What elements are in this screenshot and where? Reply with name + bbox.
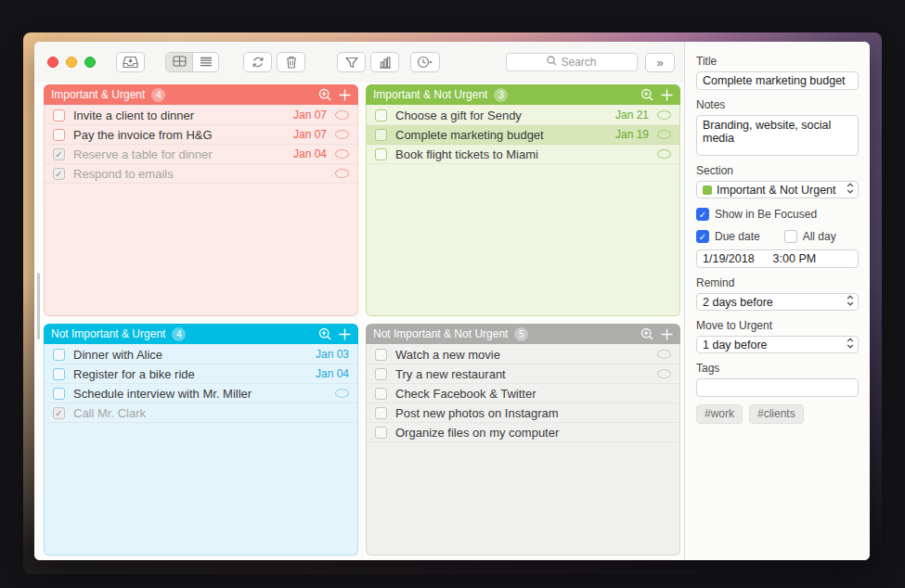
task-row[interactable]: ✓Call Mr. Clark [45,403,357,423]
task-row[interactable]: Book flight tickets to Miami [367,145,679,164]
tag-chip[interactable]: #work [696,404,743,424]
quadrant-title: Important & Urgent [51,88,145,101]
timer-button[interactable] [410,52,440,72]
task-row[interactable]: ✓Reserve a table for dinnerJan 04 [45,145,357,164]
quadrant-header: Important & Urgent 4 [44,84,358,105]
task-checkbox[interactable] [53,129,65,141]
due-date-row: ✓ Due date All day [696,230,859,243]
task-due-date: Jan 03 [316,348,349,361]
search-input[interactable]: Search [506,53,638,71]
task-count-badge: 4 [151,88,165,102]
due-time-value: 3:00 PM [773,252,817,265]
task-checkbox[interactable] [53,388,65,400]
add-task-button[interactable] [661,89,673,101]
move-to-urgent-select[interactable]: 1 day before [696,336,859,353]
task-row[interactable]: Schedule interview with Mr. Miller [45,384,357,403]
quadrant-not-important-not-urgent: Not Important & Not Urgent 5 Watch a new… [366,324,680,556]
quadrant-important-not-urgent: Important & Not Urgent 3 Choose a gift f… [366,84,680,316]
due-datetime-field[interactable]: 1/19/2018 3:00 PM [696,249,859,268]
tag-chip-list: #work#clients [696,404,859,424]
list-view-icon [200,54,213,70]
quadrant-task-list: Watch a new movieTry a new restaurantChe… [366,344,680,556]
task-checkbox[interactable] [53,349,65,361]
task-due-date: Jan 07 [293,109,327,121]
move-to-urgent-label: Move to Urgent [696,319,859,332]
move-to-urgent-value: 1 day before [703,339,768,352]
zoom-quadrant-button[interactable] [318,88,332,102]
section-select[interactable]: Important & Not Urgent [696,181,859,198]
notes-field[interactable]: Branding, website, social media [696,115,859,156]
task-count-badge: 4 [172,327,186,341]
list-view-button[interactable] [192,53,218,71]
stepper-icon [847,295,854,309]
app-window: Search » Important & Urgent 4 Invite a c… [34,42,870,560]
task-row[interactable]: Organize files on my computer [367,423,679,442]
task-checkbox[interactable] [375,109,387,121]
task-checkbox[interactable]: ✓ [53,148,65,160]
comment-bubble-icon [657,350,671,359]
task-row[interactable]: Choose a gift for SendyJan 21 [367,106,679,125]
all-day-checkbox[interactable] [784,230,797,243]
task-row[interactable]: ✓Respond to emails [45,164,357,184]
task-row[interactable]: Invite a client to dinnerJan 07 [45,106,357,125]
quadrant-header: Not Important & Not Urgent 5 [366,324,680,344]
tags-input[interactable] [696,378,859,397]
task-label: Invite a client to dinner [73,109,285,122]
archive-button[interactable] [116,52,145,72]
show-in-be-focused-checkbox[interactable]: ✓ [696,208,709,221]
search-icon [547,56,557,69]
task-row[interactable]: Dinner with AliceJan 03 [45,345,357,364]
zoom-window-button[interactable] [84,57,96,68]
zoom-quadrant-button[interactable] [640,327,654,341]
zoom-quadrant-button[interactable] [640,88,654,102]
title-field[interactable]: Complete marketing budget [696,71,859,90]
traffic-lights [47,57,96,68]
quadrant-matrix: Important & Urgent 4 Invite a client to … [34,83,684,560]
remind-select[interactable]: 2 days before [696,293,859,311]
grid-view-button[interactable] [166,53,192,71]
task-checkbox[interactable]: ✓ [53,407,65,419]
filter-button[interactable] [337,52,366,72]
task-row[interactable]: Register for a bike rideJan 04 [45,364,357,384]
task-row[interactable]: Try a new restaurant [367,364,679,384]
matrix-scrollbar[interactable] [37,273,40,339]
task-label: Dinner with Alice [73,348,307,362]
archive-icon [123,56,138,69]
delete-button[interactable] [277,52,305,72]
zoom-quadrant-button[interactable] [318,327,332,341]
task-checkbox[interactable] [53,109,65,121]
remind-value: 2 days before [703,296,773,309]
task-row[interactable]: Post new photos on Instagram [367,403,679,423]
add-task-button[interactable] [339,328,351,340]
task-checkbox[interactable] [375,388,387,400]
toolbar: Search » [34,42,684,83]
task-inspector-panel: Title Complete marketing budget Notes Br… [684,42,870,560]
toolbar-overflow-button[interactable]: » [645,53,675,72]
task-row[interactable]: Watch a new movie [367,345,679,364]
sync-button[interactable] [243,52,272,72]
close-window-button[interactable] [47,57,58,68]
task-checkbox[interactable] [375,427,387,439]
minimize-window-button[interactable] [66,57,77,68]
task-due-date: Jan 04 [293,147,327,160]
quadrant-title: Important & Not Urgent [373,88,487,101]
task-checkbox[interactable] [53,368,65,380]
stats-button[interactable] [370,52,399,72]
comment-bubble-icon [657,110,671,120]
task-checkbox[interactable]: ✓ [53,168,65,180]
task-row[interactable]: Complete marketing budgetJan 19 [367,125,679,145]
task-row[interactable]: Check Facebook & Twitter [367,384,679,403]
due-date-checkbox[interactable]: ✓ [696,230,709,243]
task-checkbox[interactable] [375,148,387,160]
task-row[interactable]: Pay the invoice from H&GJan 07 [45,125,357,145]
timer-icon [417,56,433,69]
tags-label: Tags [696,362,859,375]
task-checkbox[interactable] [375,129,387,141]
add-task-button[interactable] [661,328,673,340]
task-checkbox[interactable] [375,407,387,419]
task-label: Reserve a table for dinner [73,147,285,161]
task-checkbox[interactable] [375,349,387,361]
tag-chip[interactable]: #clients [749,404,804,424]
add-task-button[interactable] [339,89,351,101]
task-checkbox[interactable] [375,368,387,380]
